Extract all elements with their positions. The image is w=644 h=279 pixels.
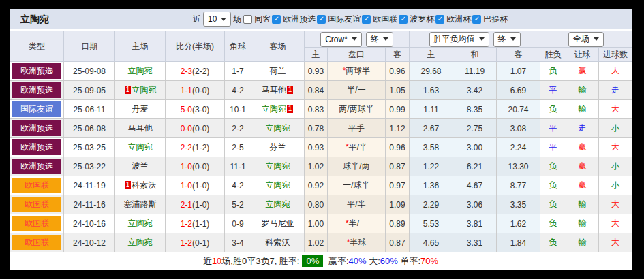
top-bar: 立陶宛 近 10 场 同客 ✓ 欧洲预选 ✓ 国际友谊 ✓ 欧国联 ✓ 波罗杯 … (10, 9, 632, 31)
footer-near-label: 近 (203, 256, 212, 266)
competition-checkbox-0[interactable]: ✓ (272, 15, 281, 24)
fulltime-score: 2-1 (181, 200, 192, 210)
match-count-select[interactable]: 10 (203, 12, 231, 27)
home-team-cell: 立陶宛 (115, 233, 166, 252)
mean-home-cell: 2.29 (410, 195, 453, 214)
halftime-score: (1-0) (192, 200, 209, 210)
away-team-cell: 芬兰 (251, 138, 305, 157)
home-odds-cell: 0.93 (305, 138, 328, 157)
mean-home-cell: 4.65 (410, 233, 453, 252)
match-row: 欧洲预选25-03-25立陶宛2-2(1-2)2-5芬兰0.93*平/半0.96… (10, 138, 632, 157)
league-type-badge: 欧洲预选 (12, 82, 61, 98)
odds-group-header: Crow* 终 (305, 31, 410, 48)
mean-home-cell: 1.36 (410, 176, 453, 195)
competition-checkbox-2[interactable]: ✓ (362, 15, 371, 24)
match-row: 欧国联24-10-16立陶宛1-2(1-1)0-9罗马尼亚1.00*半/一0.8… (10, 214, 632, 233)
home-team-cell: 波兰 (115, 157, 166, 176)
away-team-name: 马耳他 (262, 85, 286, 95)
handicap-cell: 半/一 (328, 81, 386, 100)
result-cell: 负 (540, 214, 566, 233)
away-odds-cell: 0.96 (386, 138, 410, 157)
mean-draw-cell: 3.06 (453, 195, 497, 214)
league-type-badge: 欧国联 (12, 216, 61, 231)
home-odds-cell: 0.78 (305, 119, 328, 138)
home-odds-cell: 0.83 (305, 100, 328, 119)
handicap-text: 一/球半 (343, 180, 369, 190)
away-team-name: 立陶宛 (266, 123, 290, 133)
matches-label: 场 (233, 14, 241, 25)
competition-label-2: 欧国联 (373, 14, 397, 25)
mean-away-cell: 6.69 (497, 81, 540, 100)
mean-home-cell: 5.53 (410, 214, 453, 233)
handicap-text: 球半/两 (343, 161, 369, 171)
score-cell: 1-0(0-0) (166, 157, 225, 176)
competition-checkbox-1[interactable]: ✓ (317, 15, 326, 24)
handicap-cell: 一/球半 (328, 176, 386, 195)
home-team-name: 立陶宛 (132, 85, 156, 95)
matches-table: 类型 日期 主场 比分(半场) 角球 客场 Crow* 终 胜平负均值 (10, 31, 632, 252)
home-team-cell: 1立陶宛 (115, 81, 166, 100)
home-team-cell: 立陶宛 (115, 62, 166, 81)
goals-result-cell: 大 (599, 233, 632, 252)
match-row: 国际友谊25-06-11丹麦5-0(3-0)10-1立陶宛10.83两/两球半0… (10, 100, 632, 119)
fulltime-score: 1-2 (181, 238, 192, 248)
match-date: 24-11-16 (64, 195, 115, 214)
handicap-cell: *两球半 (328, 62, 386, 81)
away-odds-cell: 0.89 (386, 214, 410, 233)
handicap-result-cell: 輸 (566, 233, 599, 252)
handicap-text: 两/两球半 (339, 104, 373, 114)
scope-select[interactable]: 全场 (568, 32, 604, 47)
col-header-corner: 角球 (225, 31, 251, 62)
halftime-score: (0-1) (192, 238, 209, 248)
home-team-cell: 马耳他 (115, 119, 166, 138)
handicap-text: 半/一 (349, 218, 367, 228)
same-away-checkbox[interactable] (243, 15, 252, 24)
halftime-score: (0-0) (192, 86, 209, 95)
competition-checkbox-4[interactable]: ✓ (435, 15, 444, 24)
away-odds-cell: 0.97 (386, 176, 410, 195)
home-team-name: 立陶宛 (128, 218, 153, 228)
competition-checkbox-5[interactable]: ✓ (472, 15, 481, 24)
halftime-score: (2-2) (192, 67, 209, 76)
mean-draw-cell: 2.75 (453, 119, 497, 138)
corner-cell: 1-7 (225, 62, 251, 81)
halftime-score: (1-0) (192, 181, 209, 191)
competition-checkbox-3[interactable]: ✓ (399, 15, 408, 24)
filter-controls: 近 10 场 同客 ✓ 欧洲预选 ✓ 国际友谊 ✓ 欧国联 ✓ 波罗杯 ✓ 欧洲… (193, 9, 509, 29)
halftime-score: (0-0) (192, 124, 209, 133)
sub-header-handicap: 盘口 (328, 48, 386, 62)
footer-da-value: 60% (380, 256, 398, 266)
mean-home-cell: 1.22 (410, 157, 453, 176)
mean-state-select[interactable]: 终 (493, 32, 521, 47)
match-date: 24-11-19 (64, 176, 115, 195)
home-team-name: 科索沃 (132, 180, 156, 190)
footer-count: 10 (212, 256, 221, 266)
league-type-badge: 欧国联 (12, 178, 61, 193)
handicap-cell: *平/半 (328, 138, 386, 157)
footer-dl-label: 单率: (400, 256, 420, 266)
col-header-score: 比分(半场) (166, 31, 225, 62)
score-cell: 0-0(0-0) (166, 119, 225, 138)
home-odds-cell: 0.93 (305, 62, 328, 81)
match-row: 欧国联24-11-16塞浦路斯2-1(1-0)5-2立陶宛0.80平/半1.09… (10, 195, 632, 214)
score-cell: 2-1(1-0) (166, 195, 225, 214)
red-card-badge: 1 (125, 86, 132, 94)
handicap-text: 平/半 (349, 142, 367, 152)
home-team-name: 塞浦路斯 (124, 199, 157, 209)
home-odds-cell: 1.02 (305, 233, 328, 252)
corner-cell: 0-9 (225, 214, 251, 233)
page-background: 立陶宛 近 10 场 同客 ✓ 欧洲预选 ✓ 国际友谊 ✓ 欧国联 ✓ 波罗杯 … (0, 0, 644, 279)
away-odds-cell: 1.09 (386, 195, 410, 214)
col-header-date: 日期 (64, 31, 115, 62)
score-cell: 2-2(1-2) (166, 138, 225, 157)
competition-label-4: 欧洲杯 (446, 14, 471, 25)
odds-provider-select[interactable]: Crow* (320, 32, 362, 47)
league-type-cell: 欧国联 (10, 195, 64, 214)
mean-odds-select[interactable]: 胜平负均值 (429, 32, 489, 47)
mean-home-cell: 29.68 (410, 62, 453, 81)
away-team-name: 科索沃 (266, 237, 290, 247)
mean-draw-cell: 3.42 (453, 81, 497, 100)
corner-cell: 2-2 (225, 119, 251, 138)
mean-away-cell: 20.74 (497, 100, 540, 119)
odds-state-select[interactable]: 终 (366, 32, 393, 47)
